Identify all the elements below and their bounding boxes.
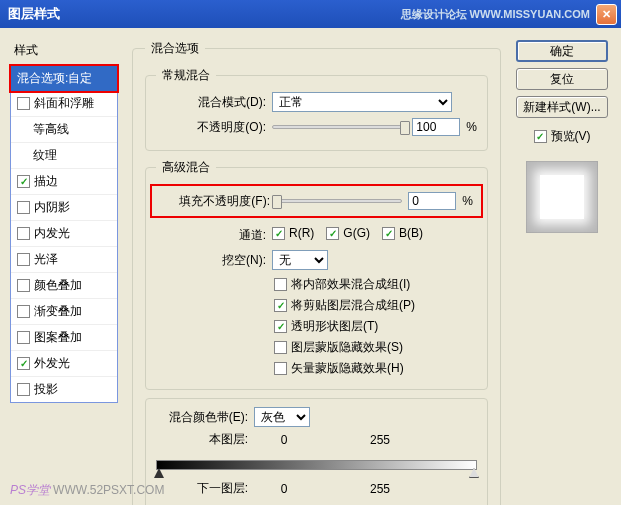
fill-opacity-input[interactable] — [408, 192, 456, 210]
channel-checkbox[interactable] — [326, 227, 339, 240]
advanced-blend-fieldset: 高级混合 填充不透明度(F): % 通道: R(R)G(G)B(B) 挖空(N)… — [145, 159, 488, 390]
styles-sidebar: 样式 混合选项:自定斜面和浮雕等高线纹理描边内阴影内发光光泽颜色叠加渐变叠加图案… — [10, 40, 118, 495]
preview-label: 预览(V) — [551, 128, 591, 145]
style-item[interactable]: 渐变叠加 — [11, 299, 117, 325]
style-item[interactable]: 描边 — [11, 169, 117, 195]
blend-if-label: 混合颜色带(E): — [156, 409, 248, 426]
style-item-label: 内阴影 — [34, 199, 70, 216]
style-checkbox[interactable] — [17, 383, 30, 396]
styles-list: 混合选项:自定斜面和浮雕等高线纹理描边内阴影内发光光泽颜色叠加渐变叠加图案叠加外… — [10, 65, 118, 403]
blend-mode-label: 混合模式(D): — [156, 94, 266, 111]
ok-button[interactable]: 确定 — [516, 40, 608, 62]
watermark-url: WWW.52PSXT.COM — [53, 483, 164, 497]
fill-opacity-highlight: 填充不透明度(F): % — [150, 184, 483, 218]
blend-options-legend: 混合选项 — [145, 40, 205, 57]
style-item[interactable]: 混合选项:自定 — [11, 66, 117, 91]
channel-label: B(B) — [399, 226, 423, 240]
blend-mode-select[interactable]: 正常 — [272, 92, 452, 112]
right-panel: 确定 复位 新建样式(W)... 预览(V) — [513, 40, 611, 495]
general-blend-legend: 常规混合 — [156, 67, 216, 84]
titlebar-watermark: 思缘设计论坛 WWW.MISSYUAN.COM — [401, 7, 590, 22]
this-max: 255 — [320, 433, 440, 447]
knockout-select[interactable]: 无 — [272, 250, 328, 270]
advanced-option[interactable]: 将剪贴图层混合成组(P) — [274, 297, 477, 314]
style-checkbox[interactable] — [17, 227, 30, 240]
this-layer-slider[interactable] — [156, 452, 477, 472]
advanced-option[interactable]: 矢量蒙版隐藏效果(H) — [274, 360, 477, 377]
titlebar: 图层样式 思缘设计论坛 WWW.MISSYUAN.COM ✕ — [0, 0, 621, 28]
knockout-label: 挖空(N): — [156, 252, 266, 269]
style-item[interactable]: 等高线 — [11, 117, 117, 143]
this-layer-label: 本图层: — [156, 431, 248, 448]
style-checkbox[interactable] — [17, 253, 30, 266]
option-checkbox[interactable] — [274, 320, 287, 333]
option-label: 矢量蒙版隐藏效果(H) — [291, 360, 404, 377]
sidebar-header: 样式 — [10, 40, 118, 65]
channel-label: G(G) — [343, 226, 370, 240]
channel-checkbox[interactable] — [272, 227, 285, 240]
style-item-label: 光泽 — [34, 251, 58, 268]
style-item-label: 斜面和浮雕 — [34, 95, 94, 112]
style-checkbox[interactable] — [17, 97, 30, 110]
blend-if-select[interactable]: 灰色 — [254, 407, 310, 427]
preview-toggle[interactable]: 预览(V) — [534, 128, 591, 145]
opacity-input[interactable] — [412, 118, 460, 136]
option-label: 将剪贴图层混合成组(P) — [291, 297, 415, 314]
style-item[interactable]: 颜色叠加 — [11, 273, 117, 299]
channel-toggle[interactable]: B(B) — [382, 226, 423, 240]
style-checkbox[interactable] — [17, 357, 30, 370]
cancel-button[interactable]: 复位 — [516, 68, 608, 90]
style-checkbox[interactable] — [17, 331, 30, 344]
new-style-button[interactable]: 新建样式(W)... — [516, 96, 608, 118]
under-layer-label: 下一图层: — [156, 480, 248, 497]
style-item-label: 纹理 — [33, 147, 57, 164]
watermark-brand: PS学堂 — [10, 483, 50, 497]
opacity-slider[interactable] — [272, 125, 406, 129]
style-item[interactable]: 斜面和浮雕 — [11, 91, 117, 117]
style-item-label: 图案叠加 — [34, 329, 82, 346]
style-item-label: 内发光 — [34, 225, 70, 242]
window-title: 图层样式 — [8, 5, 401, 23]
preview-checkbox[interactable] — [534, 130, 547, 143]
opacity-unit: % — [466, 120, 477, 134]
style-item[interactable]: 纹理 — [11, 143, 117, 169]
channel-toggle[interactable]: G(G) — [326, 226, 370, 240]
general-blend-fieldset: 常规混合 混合模式(D): 正常 不透明度(O): % — [145, 67, 488, 151]
under-layer-slider[interactable] — [156, 501, 477, 505]
option-checkbox[interactable] — [274, 278, 287, 291]
style-item[interactable]: 内阴影 — [11, 195, 117, 221]
style-item[interactable]: 外发光 — [11, 351, 117, 377]
style-item[interactable]: 内发光 — [11, 221, 117, 247]
fill-opacity-label: 填充不透明度(F): — [160, 193, 270, 210]
advanced-option[interactable]: 将内部效果混合成组(I) — [274, 276, 477, 293]
style-checkbox[interactable] — [17, 175, 30, 188]
option-checkbox[interactable] — [274, 299, 287, 312]
style-item[interactable]: 图案叠加 — [11, 325, 117, 351]
fill-opacity-slider[interactable] — [276, 199, 402, 203]
advanced-option[interactable]: 透明形状图层(T) — [274, 318, 477, 335]
style-item-label: 渐变叠加 — [34, 303, 82, 320]
watermark: PS学堂 WWW.52PSXT.COM — [10, 482, 164, 499]
style-checkbox[interactable] — [17, 201, 30, 214]
style-item-label: 混合选项:自定 — [17, 70, 92, 87]
style-item[interactable]: 投影 — [11, 377, 117, 402]
under-min: 0 — [254, 482, 314, 496]
style-checkbox[interactable] — [17, 279, 30, 292]
close-button[interactable]: ✕ — [596, 4, 617, 25]
option-label: 图层蒙版隐藏效果(S) — [291, 339, 403, 356]
style-item-label: 外发光 — [34, 355, 70, 372]
under-max: 255 — [320, 482, 440, 496]
channel-checkbox[interactable] — [382, 227, 395, 240]
fill-opacity-unit: % — [462, 194, 473, 208]
option-label: 将内部效果混合成组(I) — [291, 276, 410, 293]
this-min: 0 — [254, 433, 314, 447]
option-checkbox[interactable] — [274, 362, 287, 375]
advanced-option[interactable]: 图层蒙版隐藏效果(S) — [274, 339, 477, 356]
option-checkbox[interactable] — [274, 341, 287, 354]
blend-if-fieldset: 混合颜色带(E): 灰色 本图层: 0 255 下一图层: 0 255 — [145, 398, 488, 505]
style-item-label: 等高线 — [33, 121, 69, 138]
channel-toggle[interactable]: R(R) — [272, 226, 314, 240]
style-item[interactable]: 光泽 — [11, 247, 117, 273]
style-item-label: 描边 — [34, 173, 58, 190]
style-checkbox[interactable] — [17, 305, 30, 318]
